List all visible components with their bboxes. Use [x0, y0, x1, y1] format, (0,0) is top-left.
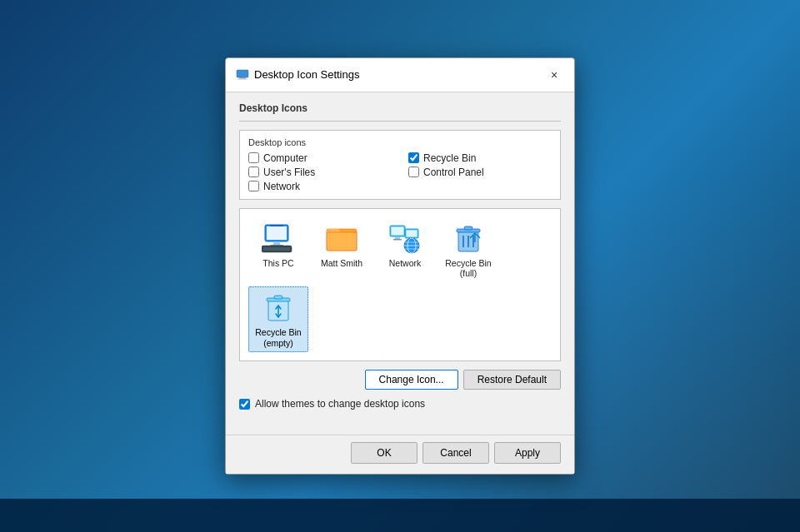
checkbox-control-panel-input[interactable]: [408, 167, 419, 177]
network-row: Network: [248, 181, 552, 192]
section-divider: [239, 121, 561, 122]
svg-rect-13: [392, 226, 404, 235]
network-label: Network: [389, 258, 422, 269]
checkbox-recycle-bin-label: Recycle Bin: [423, 152, 476, 164]
change-icon-button[interactable]: Change Icon...: [365, 370, 458, 390]
recycle-bin-full-label: Recycle Bin(full): [445, 258, 491, 279]
dialog-title-text: Desktop Icon Settings: [254, 68, 359, 81]
svg-rect-1: [239, 77, 246, 79]
checkbox-users-files-label: User's Files: [263, 167, 315, 178]
checkbox-network-label: Network: [263, 181, 300, 192]
svg-rect-34: [274, 296, 282, 299]
icon-item-recycle-full[interactable]: Recycle Bin(full): [438, 217, 498, 283]
checkbox-network-input[interactable]: [248, 181, 259, 191]
allow-themes-label: Allow themes to change desktop icons: [255, 398, 425, 410]
desktop-icon-settings-dialog: Desktop Icon Settings × Desktop Icons De…: [225, 57, 575, 475]
icon-item-matt-smith[interactable]: Matt Smith: [312, 217, 372, 283]
icon-item-recycle-empty[interactable]: Recycle Bin(empty): [248, 286, 308, 352]
recycle-bin-full-icon: [452, 221, 485, 255]
checkbox-recycle-bin-input[interactable]: [408, 152, 419, 163]
checkbox-control-panel-label: Control Panel: [423, 167, 484, 178]
checkbox-users-files-input[interactable]: [248, 167, 259, 177]
svg-rect-15: [393, 239, 402, 241]
svg-rect-11: [327, 232, 357, 251]
this-pc-icon: [262, 221, 295, 255]
svg-rect-0: [237, 70, 248, 77]
allow-themes-checkbox[interactable]: [239, 399, 250, 410]
icons-row: This PC Matt Smith: [248, 217, 552, 352]
dialog-title-left: Desktop Icon Settings: [236, 68, 359, 82]
matt-smith-label: Matt Smith: [321, 258, 362, 269]
checkboxes-section: Desktop icons Computer Recycle Bin: [239, 130, 561, 200]
icon-item-this-pc[interactable]: This PC: [248, 217, 308, 283]
checkbox-computer-label: Computer: [263, 152, 308, 164]
checkboxes-section-label: Desktop icons: [248, 137, 552, 147]
icon-item-network[interactable]: Network: [375, 217, 435, 283]
dialog-body: Desktop Icons Desktop icons Computer Rec…: [226, 92, 574, 435]
svg-rect-9: [263, 247, 290, 251]
dialog-titlebar: Desktop Icon Settings ×: [226, 58, 574, 92]
checkbox-network[interactable]: Network: [248, 181, 552, 192]
checkbox-recycle-bin[interactable]: Recycle Bin: [408, 152, 552, 164]
svg-rect-17: [407, 230, 418, 236]
matt-smith-icon: [325, 221, 358, 255]
this-pc-label: This PC: [262, 258, 293, 269]
svg-rect-5: [270, 225, 283, 226]
allow-themes-row: Allow themes to change desktop icons: [239, 398, 561, 410]
apply-button[interactable]: Apply: [494, 442, 561, 464]
checkbox-control-panel[interactable]: Control Panel: [408, 167, 552, 178]
checkbox-computer[interactable]: Computer: [248, 152, 392, 164]
svg-rect-27: [464, 226, 472, 230]
change-restore-row: Change Icon... Restore Default: [239, 370, 561, 390]
dialog-app-icon: [236, 68, 249, 82]
icon-selector: This PC Matt Smith: [239, 208, 561, 361]
recycle-bin-empty-icon: [262, 291, 295, 324]
svg-rect-4: [267, 226, 287, 240]
recycle-bin-empty-label: Recycle Bin(empty): [255, 327, 301, 348]
cancel-button[interactable]: Cancel: [422, 442, 489, 464]
svg-rect-14: [395, 236, 400, 239]
dialog-footer: OK Cancel Apply: [226, 435, 574, 474]
checkbox-computer-input[interactable]: [248, 152, 259, 163]
dialog-overlay: Desktop Icon Settings × Desktop Icons De…: [0, 0, 800, 532]
svg-rect-2: [238, 78, 248, 79]
network-icon: [388, 221, 422, 255]
svg-rect-6: [273, 241, 280, 245]
desktop-icons-heading: Desktop Icons: [239, 102, 561, 114]
ok-button[interactable]: OK: [351, 442, 418, 464]
restore-default-button[interactable]: Restore Default: [463, 370, 561, 390]
checkboxes-grid: Computer Recycle Bin User's Files: [248, 152, 552, 178]
checkbox-users-files[interactable]: User's Files: [248, 167, 392, 178]
dialog-close-button[interactable]: ×: [544, 65, 564, 85]
